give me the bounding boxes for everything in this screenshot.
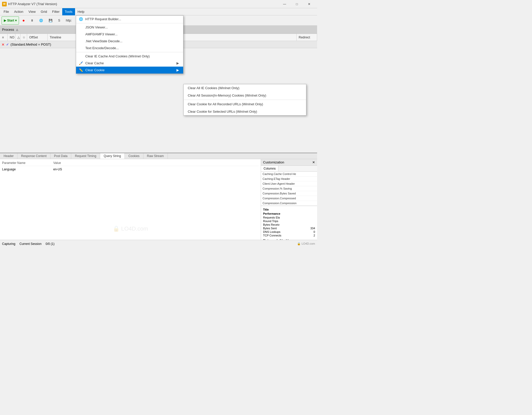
watermark: 🔒 LO4D.com [113,225,148,232]
header-param-name: Parameter Name [2,161,53,165]
s-icon: S [58,19,60,22]
header-param-value: Value [53,161,259,165]
pause-button[interactable]: ⏸ [28,16,36,25]
clear-all-ie-cookies-label: Clear All IE Cookies (WinInet Only) [188,86,239,90]
clear-cookie-selected-urls[interactable]: Clear Cookie for Selected URLs (WinInet … [184,108,306,115]
minimize-button[interactable]: — [279,0,290,8]
columns-list: Caching.Cache Control He Caching.ETag He… [261,172,317,206]
cookie-submenu: Clear All IE Cookies (WinInet Only) Clea… [183,84,306,116]
param-value-language: en-US [53,168,259,171]
col-no-num: NO [8,34,15,41]
menu-clear-ie-cache[interactable]: Clear IE Cache And Cookies (WinInet Only… [76,53,183,60]
menu-amf-viewer[interactable]: AMF0/AMF3 Viewer... [76,31,183,38]
perf-dns: DNS Lookups0 [261,230,317,234]
perf-tcp: TCP Connects2 [261,234,317,237]
perf-bytes-sent: Bytes Sent334 [261,226,317,230]
process-label: Process [2,28,14,32]
right-panel: Customization ✕ Columns Caching.Cache Co… [261,159,317,247]
menu-viewstate[interactable]: .Net ViewState Decode... [76,38,183,45]
http-builder-label: HTTP Request Builder... [85,17,121,21]
filter-value: (Standard.Method = POST) [11,43,51,46]
s-button[interactable]: S [56,16,62,25]
menu-filter[interactable]: Filter [50,8,62,15]
start-button[interactable]: ▶ Start ▾ [2,16,19,25]
column-item: Client.User-Agent Header [261,181,317,186]
http-icon: http: [66,19,72,22]
menu-json-viewer[interactable]: JSON Viewer... [76,24,183,31]
tab-query-string[interactable]: Query String [100,153,125,159]
menu-http-builder[interactable]: 🌐 HTTP Request Builder... [76,16,183,23]
tab-raw-stream[interactable]: Raw Stream [143,153,168,159]
clear-all-session-cookies[interactable]: Clear All Session(In-Memory) Cookies (Wi… [184,92,306,99]
clear-cache-icon: 🖌️ [79,61,83,65]
tab-header[interactable]: Header [0,153,17,159]
filter-check-icon[interactable]: ✓ [6,43,9,46]
clear-cookie-arrow: ▶ [176,68,179,72]
right-panel-title: Customization [263,160,284,164]
title-controls: — □ ✕ [279,0,315,8]
clear-cookie-all-urls[interactable]: Clear Cookie for All Recorded URLs (WinI… [184,100,306,108]
clear-cookie-selected-urls-label: Clear Cookie for Selected URLs (WinInet … [188,110,257,113]
col-offset: OffSet [27,34,48,41]
menu-file[interactable]: File [1,8,12,15]
stop-button[interactable]: ● [20,16,27,25]
right-panel-close[interactable]: ✕ [312,160,315,164]
menu-clear-cache[interactable]: 🖌️ Clear Cache ▶ [76,60,183,67]
clear-ie-cache-label: Clear IE Cache And Cookies (WinInet Only… [85,54,150,58]
clear-cache-arrow: ▶ [176,61,179,65]
column-item: Caching.Cache Control He [261,172,317,177]
tab-request-timing[interactable]: Request Timing [71,153,100,159]
http-builder-button[interactable]: http: [64,16,74,25]
param-header: Parameter Name Value [2,161,259,166]
menu-clear-cookie[interactable]: ✏️ Clear Cookie ▶ [76,67,183,74]
clear-all-ie-cookies[interactable]: Clear All IE Cookies (WinInet Only) [184,84,306,92]
viewstate-label: .Net ViewState Decode... [85,39,122,43]
maximize-button[interactable]: □ [291,0,303,8]
column-item: Caching.ETag Header [261,177,317,181]
panel-tabs: Columns [261,166,317,172]
param-name-language: Language [2,168,53,171]
perf-round: Round Trips [261,219,317,223]
column-item: Compression.% Saving [261,186,317,191]
tab-response-content[interactable]: Response Content [17,153,50,159]
save-icon: 💾 [49,19,53,22]
amf-viewer-label: AMF0/AMF3 Viewer... [85,32,118,36]
menu-action[interactable]: Action [12,8,26,15]
column-item: Compression.Compression [261,201,317,206]
filter-close-icon[interactable]: ✕ [2,43,5,47]
text-encode-label: Text Encode/Decode... [85,46,119,50]
col-star: ☆ [20,34,27,41]
save-button[interactable]: 💾 [46,16,55,25]
tab-bar: Header Response Content Post Data Reques… [0,153,317,159]
col-redirect: Redirect [297,34,317,41]
browse-icon: 🌐 [39,19,43,22]
menu-tools[interactable]: Tools [62,8,75,15]
query-string-content: Parameter Name Value Language en-US 🔒 LO… [0,159,261,247]
column-item: Compression.Compressed [261,196,317,201]
tab-cookies[interactable]: Cookies [125,153,143,159]
clear-cookie-label: Clear Cookie [85,68,105,72]
col-no-icon: ≡ [2,36,4,39]
menu-help[interactable]: Help [75,8,87,15]
menu-view[interactable]: View [26,8,38,15]
sep [76,23,183,23]
json-viewer-label: JSON Viewer... [85,25,108,29]
tab-content: Parameter Name Value Language en-US 🔒 LO… [0,159,317,247]
col-sort: △ [15,34,20,41]
menu-bar: File Action View Grid Filter Tools Help [0,8,317,15]
sep2 [76,52,183,52]
menu-grid[interactable]: Grid [38,8,50,15]
status-bar: Capturing Current Session 0/0 (1) 🔒 LO4D… [0,240,317,247]
table-row: Language en-US [2,167,259,172]
http-builder-icon: 🌐 [79,17,83,21]
menu-text-encode[interactable]: Text Encode/Decode... [76,45,183,51]
perf-bytes-recv: Bytes Receiv [261,223,317,226]
stop-icon: ● [22,18,25,23]
col-timeline: Timeline [48,34,78,41]
panel-tab-columns[interactable]: Columns [261,166,278,171]
close-button[interactable]: ✕ [303,0,315,8]
perf-title: Title [261,208,317,212]
session-label: Current Session [19,242,41,246]
tab-post-data[interactable]: Post Data [50,153,71,159]
browse-button[interactable]: 🌐 [37,16,45,25]
